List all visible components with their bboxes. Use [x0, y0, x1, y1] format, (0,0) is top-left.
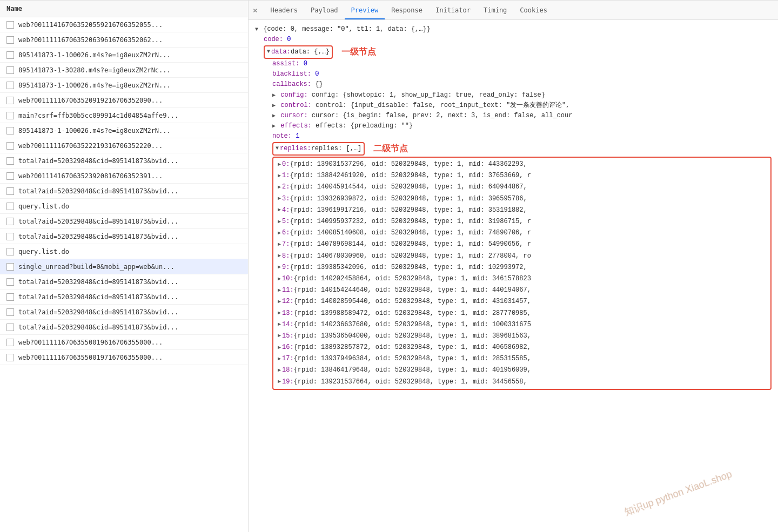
- tab-timing[interactable]: Timing: [477, 2, 513, 19]
- item-checkbox[interactable]: [6, 293, 14, 301]
- name-list-item[interactable]: total?aid=520329848&cid=895141873&bvid..…: [0, 153, 248, 169]
- reply-expand-icon[interactable]: [278, 378, 281, 386]
- close-panel-button[interactable]: ×: [253, 6, 257, 15]
- reply-expand-icon[interactable]: [278, 240, 281, 249]
- reply-expand-icon[interactable]: [278, 286, 281, 295]
- reply-row[interactable]: 5: {rpid: 14099593723​2, oid: 520329848,…: [273, 216, 770, 227]
- tab-response[interactable]: Response: [385, 2, 429, 19]
- item-checkbox[interactable]: [6, 142, 14, 150]
- data-expand-icon[interactable]: [267, 48, 270, 56]
- name-list-item[interactable]: web?001111167063520919216706352090...: [0, 93, 248, 108]
- reply-row[interactable]: 14: {rpid: 14023663768​0, oid: 520329848…: [273, 319, 770, 331]
- tab-cookies[interactable]: Cookies: [513, 2, 554, 19]
- reply-row[interactable]: 3: {rpid: 13932693987​2, oid: 520329848,…: [273, 193, 770, 205]
- name-list-item[interactable]: web?001114167063520559216706352055...: [0, 17, 248, 32]
- item-checkbox[interactable]: [6, 157, 14, 165]
- reply-expand-icon[interactable]: [278, 218, 281, 226]
- reply-expand-icon[interactable]: [278, 320, 281, 329]
- effects-expand-icon[interactable]: [272, 122, 276, 131]
- name-list-item[interactable]: 895141873-1-100026.m4s?e=ig8euxZM2rN...: [0, 123, 248, 138]
- reply-expand-icon[interactable]: [278, 298, 281, 306]
- tab-headers[interactable]: Headers: [264, 2, 304, 19]
- reply-row[interactable]: 17: {rpid: 13937949638​4, oid: 520329848…: [273, 353, 770, 365]
- reply-row[interactable]: 16: {rpid: 13893285787​2, oid: 520329848…: [273, 342, 770, 353]
- name-list-item[interactable]: web?001114167063523920816706352391...: [0, 169, 248, 184]
- config-expand-icon[interactable]: [272, 91, 276, 100]
- item-checkbox[interactable]: [6, 263, 14, 271]
- reply-row[interactable]: 18: {rpid: 13846417964​8, oid: 520329848…: [273, 365, 770, 376]
- name-list-item[interactable]: web?001111167063522219316706352220...: [0, 138, 248, 153]
- reply-expand-icon[interactable]: [278, 194, 281, 203]
- tab-preview[interactable]: Preview: [345, 2, 385, 19]
- reply-expand-icon[interactable]: [278, 160, 281, 169]
- reply-row[interactable]: 10: {rpid: 14020245886​4, oid: 520329848…: [273, 273, 770, 285]
- name-list-item[interactable]: total?aid=520329848&cid=895141873&bvid..…: [0, 214, 248, 229]
- reply-expand-icon[interactable]: [278, 172, 281, 180]
- reply-row[interactable]: 4: {rpid: 13961991721​6, oid: 520329848,…: [273, 205, 770, 216]
- name-list-item[interactable]: query.list.do: [0, 244, 248, 259]
- item-checkbox[interactable]: [6, 203, 14, 210]
- reply-expand-icon[interactable]: [278, 309, 281, 318]
- item-checkbox[interactable]: [6, 233, 14, 240]
- name-list-item[interactable]: total?aid=520329848&cid=895141873&bvid..…: [0, 184, 248, 199]
- reply-row[interactable]: 0: {rpid: 13903153729​6, oid: 520329848,…: [273, 159, 770, 170]
- reply-row[interactable]: 2: {rpid: 14004591454​4, oid: 520329848,…: [273, 181, 770, 193]
- tab-initiator[interactable]: Initiator: [429, 2, 477, 19]
- reply-expand-icon[interactable]: [278, 206, 281, 214]
- reply-expand-icon[interactable]: [278, 183, 281, 192]
- control-expand-icon[interactable]: [272, 102, 276, 110]
- name-list-item[interactable]: web?001111167063520639616706352062...: [0, 32, 248, 48]
- name-list-item[interactable]: single_unread?build=0&mobi_app=web&un...: [0, 259, 248, 274]
- name-list-item[interactable]: main?csrf=ffb30b5cc099914c1d04854affe9..…: [0, 108, 248, 123]
- item-checkbox[interactable]: [6, 21, 14, 29]
- reply-row[interactable]: 13: {rpid: 13998858947​2, oid: 520329848…: [273, 308, 770, 319]
- reply-expand-icon[interactable]: [278, 263, 281, 272]
- reply-row[interactable]: 7: {rpid: 14078969814​4, oid: 520329848,…: [273, 239, 770, 250]
- reply-expand-icon[interactable]: [278, 344, 281, 352]
- tab-payload[interactable]: Payload: [304, 2, 345, 19]
- reply-expand-icon[interactable]: [278, 355, 281, 363]
- item-checkbox[interactable]: [6, 339, 14, 346]
- reply-row[interactable]: 1: {rpid: 13884246192​0, oid: 520329848,…: [273, 170, 770, 181]
- item-checkbox[interactable]: [6, 82, 14, 89]
- name-list-item[interactable]: 895141873-1-100026.m4s?e=ig8euxZM2rN...: [0, 78, 248, 93]
- name-list-item[interactable]: total?aid=520329848&cid=895141873&bvid..…: [0, 289, 248, 305]
- name-list-item[interactable]: total?aid=520329848&cid=895141873&bvid..…: [0, 229, 248, 244]
- name-list-item[interactable]: total?aid=520329848&cid=895141873&bvid..…: [0, 305, 248, 320]
- name-list-item[interactable]: total?aid=520329848&cid=895141873&bvid..…: [0, 320, 248, 335]
- reply-row[interactable]: 15: {rpid: 13953650400​0, oid: 520329848…: [273, 331, 770, 342]
- reply-row[interactable]: 12: {rpid: 14002859544​0, oid: 520329848…: [273, 296, 770, 307]
- reply-expand-icon[interactable]: [278, 275, 281, 284]
- item-checkbox[interactable]: [6, 97, 14, 104]
- root-expand-icon[interactable]: [255, 25, 258, 34]
- reply-row[interactable]: 6: {rpid: 14008514060​8, oid: 520329848,…: [273, 227, 770, 239]
- reply-row[interactable]: 11: {rpid: 14015424464​0, oid: 520329848…: [273, 285, 770, 296]
- item-checkbox[interactable]: [6, 172, 14, 180]
- reply-expand-icon[interactable]: [278, 252, 281, 260]
- item-checkbox[interactable]: [6, 51, 14, 59]
- name-list-item[interactable]: 895141873-1-100026.m4s?e=ig8euxZM2rN...: [0, 48, 248, 63]
- item-checkbox[interactable]: [6, 187, 14, 195]
- reply-row[interactable]: 19: {rpid: 13923153766​4, oid: 520329848…: [273, 376, 770, 388]
- item-checkbox[interactable]: [6, 36, 14, 44]
- item-checkbox[interactable]: [6, 324, 14, 331]
- cursor-expand-icon[interactable]: [272, 112, 276, 120]
- replies-expand-icon[interactable]: [276, 144, 279, 153]
- name-list-item[interactable]: web?001111167063550019616706355000...: [0, 335, 248, 350]
- item-checkbox[interactable]: [6, 218, 14, 225]
- item-checkbox[interactable]: [6, 308, 14, 316]
- reply-row[interactable]: 9: {rpid: 13938534209​6, oid: 520329848,…: [273, 262, 770, 273]
- name-list-item[interactable]: query.list.do: [0, 199, 248, 214]
- reply-expand-icon[interactable]: [278, 366, 281, 375]
- reply-row[interactable]: 8: {rpid: 14067803096​0, oid: 520329848,…: [273, 251, 770, 262]
- item-checkbox[interactable]: [6, 127, 14, 134]
- reply-expand-icon[interactable]: [278, 332, 281, 340]
- item-checkbox[interactable]: [6, 112, 14, 119]
- name-list-item[interactable]: web?001111167063550019716706355000...: [0, 350, 248, 365]
- item-checkbox[interactable]: [6, 354, 14, 361]
- item-checkbox[interactable]: [6, 248, 14, 255]
- name-list-item[interactable]: total?aid=520329848&cid=895141873&bvid..…: [0, 274, 248, 289]
- item-checkbox[interactable]: [6, 66, 14, 74]
- name-list-item[interactable]: 895141873-1-30280.m4s?e=ig8euxZM2rNc...: [0, 63, 248, 78]
- item-checkbox[interactable]: [6, 278, 14, 286]
